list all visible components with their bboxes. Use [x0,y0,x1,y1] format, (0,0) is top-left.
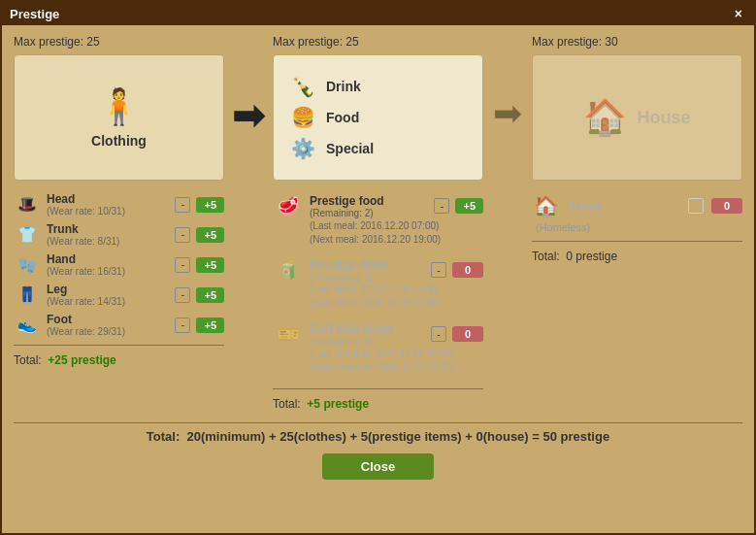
house-box: 🏠 House [532,54,742,181]
house-total-label: Total: [532,250,560,263]
prestige-drink-value: 0 [452,262,483,278]
window-title: Prestige [10,7,59,21]
trunk-name: Trunk [47,222,169,236]
hand-rate: (Wear rate: 16/31) [47,266,169,277]
head-name: Head [47,192,169,206]
house-figure-icon: 🏠 [583,97,627,138]
clothing-label: Clothing [91,133,147,149]
clothing-item-leg: 👖 Leg (Wear rate: 14/31) - +5 [14,283,224,307]
golf-club-icon: 🎫 [273,320,304,348]
prestige-drink-name: Prestige drink [310,258,425,272]
golf-club-item: 🎫 Golf club ticket (Remaining: 0) - 0 (L… [273,320,483,375]
leg-name: Leg [47,283,169,296]
house-item: 🏠 House - 0 [532,194,742,217]
food-column: Max prestige: 25 🍾 Drink 🍔 Food ⚙️ Speci… [273,35,483,411]
golf-club-name: Golf club ticket [310,322,425,336]
middle-separator [273,388,483,389]
house-item-icon: 🏠 [532,194,559,217]
main-columns: Max prestige: 25 🧍 Clothing 🎩 Head (Wear… [14,35,742,411]
window-close-button[interactable]: × [731,6,746,21]
grand-total-label: Total: [147,429,180,444]
house-total: Total: 0 prestige [532,250,742,263]
house-minus-button[interactable]: - [688,198,704,214]
special-icon: ⚙️ [289,137,316,160]
right-arrow-icon: ➡ [493,93,522,134]
clothing-total-value: +25 prestige [48,353,115,367]
house-max-prestige: Max prestige: 30 [532,35,742,49]
drink-label: Drink [326,79,361,94]
clothing-total-label: Total: [14,353,42,367]
prestige-food-plus-button[interactable]: +5 [455,198,483,214]
clothing-figure-icon: 🧍 [97,86,141,127]
foot-rate: (Wear rate: 29/31) [47,326,169,337]
clothing-item-trunk: 👕 Trunk (Wear rate: 8/31) - +5 [14,222,224,247]
left-arrow-icon: ➡ [232,93,265,138]
hand-minus-button[interactable]: - [175,257,190,273]
clothing-max-prestige: Max prestige: 25 [14,35,224,49]
hand-name: Hand [47,252,169,266]
house-column: Max prestige: 30 🏠 House 🏠 House - 0 (Ho… [532,35,742,263]
prestige-drink-icon: 🧃 [273,256,304,284]
head-minus-button[interactable]: - [175,197,190,213]
prestige-food-name: Prestige food [310,194,428,208]
special-option[interactable]: ⚙️ Special [289,137,467,160]
prestige-drink-remaining: (Remaining: 3) [310,272,425,283]
golf-club-value: 0 [452,326,483,342]
food-items-list: 🥩 Prestige food (Remaining: 2) - +5 (Las… [273,192,483,381]
foot-name: Foot [47,313,169,326]
trunk-icon: 👕 [14,225,41,245]
drink-option[interactable]: 🍾 Drink [289,75,467,98]
foot-minus-button[interactable]: - [175,318,190,333]
title-bar: Prestige × [2,2,754,25]
left-arrow-area: ➡ [224,35,273,138]
right-arrow-area: ➡ [483,35,532,134]
leg-minus-button[interactable]: - [175,287,190,303]
food-option[interactable]: 🍔 Food [289,106,467,129]
leg-plus-button[interactable]: +5 [196,287,224,303]
food-total: Total: +5 prestige [273,397,483,411]
house-total-value: 0 prestige [566,250,617,263]
clothing-item-hand: 🧤 Hand (Wear rate: 16/31) - +5 [14,252,224,277]
prestige-food-remaining: (Remaining: 2) [310,208,428,218]
prestige-food-item: 🥩 Prestige food (Remaining: 2) - +5 (Las… [273,192,483,247]
prestige-drink-item: 🧃 Prestige drink (Remaining: 3) - 0 (Las… [273,256,483,311]
foot-plus-button[interactable]: +5 [196,318,224,333]
prestige-drink-minus-button[interactable]: - [431,262,446,278]
right-separator [532,241,742,242]
head-rate: (Wear rate: 10/31) [47,206,169,217]
head-plus-button[interactable]: +5 [196,197,224,213]
hand-plus-button[interactable]: +5 [196,257,224,273]
clothing-item-foot: 👟 Foot (Wear rate: 29/31) - +5 [14,313,224,337]
food-max-prestige: Max prestige: 25 [273,35,483,49]
grand-total-row: Total: 20(minimum) + 25(clothes) + 5(pre… [14,422,742,444]
clothing-column: Max prestige: 25 🧍 Clothing 🎩 Head (Wear… [14,35,224,367]
leg-rate: (Wear rate: 14/31) [47,296,169,307]
food-total-label: Total: [273,397,301,411]
prestige-window: Prestige × Max prestige: 25 🧍 Clothing 🎩… [0,0,756,535]
foot-icon: 👟 [14,316,41,335]
hand-icon: 🧤 [14,255,41,275]
prestige-food-icon: 🥩 [273,192,304,219]
prestige-food-dates: (Last meal: 2016.12.20 07:00)(Next meal:… [310,219,483,247]
clothing-box: 🧍 Clothing [14,54,224,181]
golf-club-minus-button[interactable]: - [431,326,446,342]
food-dropdown: 🍾 Drink 🍔 Food ⚙️ Special [273,54,483,181]
bottom-close-area: Close [14,453,742,480]
food-icon: 🍔 [289,106,316,129]
golf-club-remaining: (Remaining: 0) [310,336,425,347]
house-item-name: House [567,199,680,213]
drink-icon: 🍾 [289,75,316,98]
trunk-rate: (Wear rate: 8/31) [47,236,169,247]
content-area: Max prestige: 25 🧍 Clothing 🎩 Head (Wear… [2,25,754,533]
homeless-text: (Homeless) [536,221,742,233]
food-total-value: +5 prestige [307,397,369,411]
prestige-food-minus-button[interactable]: - [434,198,449,214]
head-icon: 🎩 [14,195,41,215]
trunk-plus-button[interactable]: +5 [196,227,224,243]
special-label: Special [326,141,374,156]
trunk-minus-button[interactable]: - [175,227,190,243]
grand-total-formula: 20(minimum) + 25(clothes) + 5(prestige i… [187,429,610,444]
leg-icon: 👖 [14,285,41,305]
close-button[interactable]: Close [322,453,434,480]
golf-club-dates: (Last check-in: 2016.12.16 15:00)(Next c… [310,348,483,375]
